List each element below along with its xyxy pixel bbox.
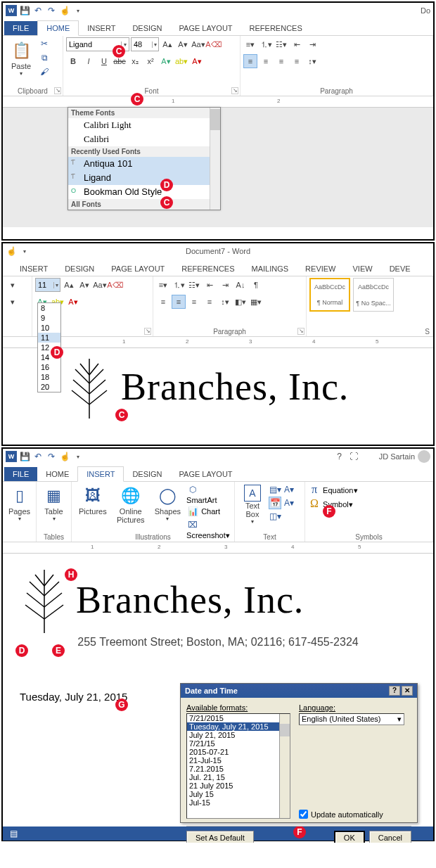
- bold-button[interactable]: B: [66, 54, 80, 68]
- font-item-antiqua[interactable]: ƬAntiqua 101: [68, 157, 220, 171]
- drop-cap-icon[interactable]: A▾: [283, 497, 295, 509]
- fontdd-scrollbar[interactable]: [210, 108, 220, 210]
- style-no-spacing[interactable]: AaBbCcDc ¶ No Spac...: [353, 278, 394, 312]
- touch-mode-icon[interactable]: ☝: [59, 5, 70, 16]
- tab-developer[interactable]: DEVE: [381, 262, 419, 276]
- font-name-dropdown-icon[interactable]: ▾: [6, 278, 20, 292]
- tab-references[interactable]: REFERENCES: [241, 21, 311, 35]
- update-auto-input[interactable]: [299, 810, 308, 819]
- shapes-button[interactable]: ◯Shapes▾: [150, 483, 185, 523]
- align-center-icon[interactable]: ≡: [172, 295, 186, 309]
- size-option[interactable]: 16: [38, 362, 60, 372]
- size-option[interactable]: 20: [38, 382, 60, 392]
- wordart-icon[interactable]: A▾: [283, 483, 295, 496]
- shrink-font-icon[interactable]: A▾: [176, 37, 190, 51]
- line-spacing-icon[interactable]: ↕▾: [305, 54, 319, 68]
- font-size-combo[interactable]: ▾: [35, 278, 60, 292]
- grow-font-icon[interactable]: A▴: [62, 278, 76, 292]
- change-case-icon[interactable]: Aa▾: [93, 278, 107, 292]
- tab-page-layout[interactable]: PAGE LAYOUT: [171, 21, 241, 35]
- format-painter-icon[interactable]: 🖌: [38, 65, 51, 78]
- tab-page-layout[interactable]: PAGE LAYOUT: [171, 467, 241, 481]
- justify-icon[interactable]: ≡: [203, 295, 217, 309]
- tab-design[interactable]: DESIGN: [124, 21, 170, 35]
- clear-format-icon[interactable]: A⌫: [108, 278, 122, 292]
- tab-file[interactable]: FILE: [4, 467, 37, 481]
- qat-dropdown-icon[interactable]: ▾: [72, 451, 84, 462]
- size-option[interactable]: 8: [38, 303, 60, 313]
- list-scrollbar[interactable]: [279, 714, 290, 818]
- tab-home[interactable]: HOME: [37, 20, 79, 36]
- borders-icon[interactable]: ▦▾: [249, 295, 263, 309]
- show-marks-icon[interactable]: ¶: [249, 278, 263, 292]
- subscript-button[interactable]: x₂: [128, 54, 142, 68]
- line-spacing-icon[interactable]: ↕▾: [218, 295, 232, 309]
- increase-indent-icon[interactable]: ⇥: [305, 37, 319, 51]
- font-item-calibri[interactable]: Calibri: [68, 132, 220, 146]
- update-auto-checkbox[interactable]: Update automatically: [299, 810, 411, 819]
- superscript-button[interactable]: x²: [143, 54, 158, 68]
- underline-button[interactable]: U: [97, 54, 111, 68]
- size-option[interactable]: 11: [38, 333, 60, 343]
- format-option[interactable]: 2015-07-21: [187, 748, 290, 756]
- tab-file[interactable]: FILE: [4, 21, 37, 35]
- tab-design[interactable]: DESIGN: [56, 262, 103, 276]
- cancel-button[interactable]: Cancel: [369, 831, 411, 843]
- font-size-input[interactable]: [36, 281, 53, 289]
- avatar[interactable]: [418, 450, 430, 463]
- font-size-combo[interactable]: ▾: [131, 37, 159, 51]
- size-option[interactable]: 9: [38, 313, 60, 323]
- tab-mailings[interactable]: MAILINGS: [243, 262, 297, 276]
- tab-design[interactable]: DESIGN: [124, 467, 170, 481]
- text-effects-icon[interactable]: A▾: [159, 54, 173, 68]
- size-option[interactable]: 10: [38, 323, 60, 333]
- numbering-icon[interactable]: ⒈▾: [259, 37, 273, 51]
- pictures-button[interactable]: 🖼Pictures: [75, 483, 111, 517]
- quick-parts-icon[interactable]: ▤▾: [269, 483, 281, 496]
- help-icon[interactable]: ?: [334, 451, 345, 462]
- cut-icon[interactable]: ✂: [38, 37, 51, 50]
- align-right-icon[interactable]: ≡: [187, 295, 201, 309]
- touch-mode-icon[interactable]: ☝: [59, 451, 70, 462]
- format-option[interactable]: Tuesday, July 21, 2015: [187, 722, 290, 731]
- shading-icon[interactable]: ◧▾: [233, 295, 248, 309]
- equation-button[interactable]: π Equation▾: [308, 483, 430, 496]
- clear-format-icon[interactable]: A⌫: [207, 37, 221, 51]
- text-box-button[interactable]: AText Box▾: [238, 483, 267, 526]
- page-indicator-icon[interactable]: ▤: [7, 827, 20, 840]
- multilevel-icon[interactable]: ☷▾: [274, 37, 288, 51]
- save-icon[interactable]: 💾: [19, 451, 30, 462]
- pages-button[interactable]: ▯Pages▾: [6, 483, 33, 523]
- tab-home[interactable]: HOME: [37, 467, 77, 481]
- ribbon-options-icon[interactable]: ⛶: [348, 451, 359, 462]
- format-option[interactable]: 21 July 2015: [187, 781, 290, 790]
- shrink-font-icon[interactable]: A▾: [77, 278, 91, 292]
- multilevel-icon[interactable]: ☷▾: [187, 278, 201, 292]
- object-icon[interactable]: ◫▾: [269, 510, 281, 523]
- align-center-icon[interactable]: ≡: [259, 54, 273, 68]
- tab-insert[interactable]: INSERT: [11, 262, 56, 276]
- chart-button[interactable]: 📊 Chart: [186, 505, 231, 518]
- online-pictures-button[interactable]: 🌐Online Pictures: [113, 483, 149, 525]
- set-default-button[interactable]: Set As Default: [186, 831, 254, 843]
- save-icon[interactable]: 💾: [19, 5, 30, 16]
- format-option[interactable]: Jul. 21, 15: [187, 773, 290, 781]
- tab-view[interactable]: VIEW: [345, 262, 381, 276]
- format-option[interactable]: Jul-15: [187, 798, 290, 807]
- tab-page-layout[interactable]: PAGE LAYOUT: [103, 262, 173, 276]
- help-button[interactable]: ?: [389, 686, 400, 696]
- redo-icon[interactable]: ↷: [46, 451, 57, 462]
- paste-button[interactable]: 📋 Paste ▾: [6, 38, 37, 78]
- tab-insert[interactable]: INSERT: [79, 21, 124, 35]
- format-option[interactable]: 21-Jul-15: [187, 756, 290, 765]
- format-list[interactable]: 7/21/2015 Tuesday, July 21, 2015 July 21…: [186, 713, 290, 819]
- table-button[interactable]: ▦Table▾: [39, 483, 68, 523]
- undo-icon[interactable]: ↶: [32, 5, 44, 16]
- ok-button[interactable]: OK: [334, 831, 365, 843]
- language-select[interactable]: English (United States) ▾: [299, 713, 404, 725]
- format-option[interactable]: July 15: [187, 790, 290, 798]
- tab-references[interactable]: REFERENCES: [173, 262, 243, 276]
- align-left-icon[interactable]: ≡: [156, 295, 170, 309]
- font-name-input[interactable]: [67, 40, 121, 49]
- date-time-button[interactable]: 📅: [269, 497, 281, 509]
